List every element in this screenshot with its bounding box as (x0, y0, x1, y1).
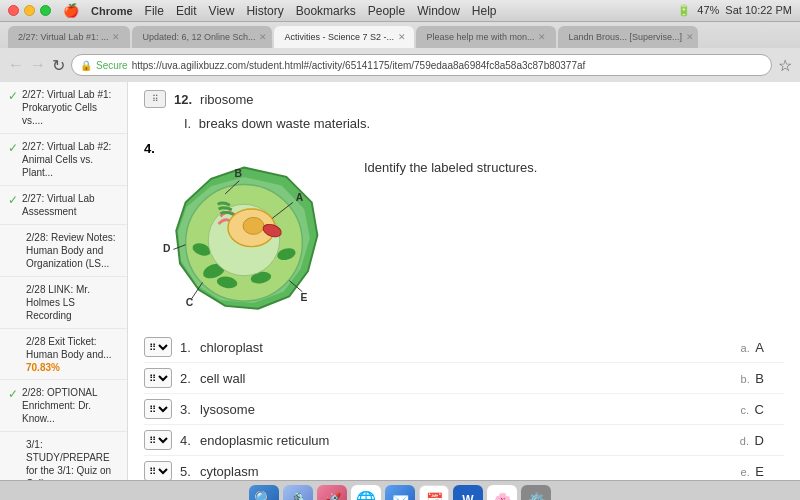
identify-instructions: Identify the labeled structures. (364, 160, 537, 320)
app-name[interactable]: Chrome (91, 5, 133, 17)
content-area: ⠿ 12. ribosome I. breaks down waste mate… (128, 82, 800, 480)
close-button[interactable] (8, 5, 19, 16)
letter-label-b: b. (741, 373, 750, 385)
tab-5[interactable]: Landn Brous... [Supervise...] ✕ (558, 26, 698, 48)
answer-num-3: 3. (180, 402, 200, 417)
sidebar-item-6[interactable]: 2/28 Exit Ticket: Human Body and... 70.8… (0, 329, 127, 380)
tab-1-label: 2/27: Virtual Lab #1: ... (18, 32, 108, 42)
menu-edit[interactable]: Edit (176, 4, 197, 18)
answer-label-4: endoplasmic reticulum (200, 433, 740, 448)
answer-label-3: lysosome (200, 402, 740, 417)
bookmark-button[interactable]: ☆ (778, 56, 792, 75)
tab-4-close[interactable]: ✕ (538, 32, 546, 42)
answers-list: ⠿ 1. chloroplast a. A ⠿ 2. cell wall b. … (144, 332, 784, 480)
nav-bar: ← → ↻ 🔒 Secure https://uva.agilixbuzz.co… (0, 48, 800, 82)
minimize-button[interactable] (24, 5, 35, 16)
tab-3[interactable]: Activities - Science 7 S2 -... ✕ (274, 26, 414, 48)
clock: Sat 10:22 PM (725, 4, 792, 17)
answer-num-2: 2. (180, 371, 200, 386)
menu-people[interactable]: People (368, 4, 405, 18)
dock-siri[interactable]: 🎙️ (283, 485, 313, 501)
launchpad-icon: 🚀 (324, 492, 341, 501)
sidebar-label-4: 2/28: Review Notes: Human Body and Organ… (26, 231, 119, 270)
menu-view[interactable]: View (209, 4, 235, 18)
forward-button[interactable]: → (30, 56, 46, 74)
check-icon-7: ✓ (8, 387, 18, 401)
tab-2[interactable]: Updated: 6, 12 Online Sch... ✕ (132, 26, 272, 48)
answer-select-1[interactable]: ⠿ (144, 337, 172, 357)
section-4-label: 4. (144, 141, 784, 156)
dock-chrome[interactable]: 🌐 (351, 485, 381, 501)
dock-settings[interactable]: ⚙️ (521, 485, 551, 501)
battery-level: 47% (697, 4, 719, 17)
answer-letter-1: a. A (741, 340, 784, 355)
question-12-topic: ribosome (200, 92, 253, 107)
tab-5-label: Landn Brous... [Supervise...] (568, 32, 682, 42)
dock-mail[interactable]: ✉️ (385, 485, 415, 501)
dock-launchpad[interactable]: 🚀 (317, 485, 347, 501)
calendar-icon: 📅 (426, 492, 443, 501)
answer-row-2: ⠿ 2. cell wall b. B (144, 363, 784, 394)
sidebar-item-4[interactable]: 2/28: Review Notes: Human Body and Organ… (0, 225, 127, 277)
dock-word[interactable]: W (453, 485, 483, 501)
mac-menubar: 🍎 Chrome File Edit View History Bookmark… (0, 0, 800, 22)
check-icon-1: ✓ (8, 89, 18, 103)
browser-chrome: 2/27: Virtual Lab #1: ... ✕ Updated: 6, … (0, 22, 800, 82)
dock-calendar[interactable]: 📅 (419, 485, 449, 501)
answer-select-4[interactable]: ⠿ (144, 430, 172, 450)
tab-5-close[interactable]: ✕ (686, 32, 694, 42)
tab-3-close[interactable]: ✕ (398, 32, 406, 42)
drag-handle[interactable]: ⠿ (144, 90, 166, 108)
menu-bookmarks[interactable]: Bookmarks (296, 4, 356, 18)
menu-items: File Edit View History Bookmarks People … (145, 4, 497, 18)
answer-select-2[interactable]: ⠿ (144, 368, 172, 388)
answer-text: breaks down waste materials. (199, 116, 370, 131)
sidebar-label-8: 3/1: STUDY/PREPARE for the 3/1: Quiz on … (26, 438, 119, 480)
apple-menu[interactable]: 🍎 (63, 3, 79, 18)
question-12-header: ⠿ 12. ribosome (144, 90, 784, 108)
menu-file[interactable]: File (145, 4, 164, 18)
sidebar-item-7[interactable]: ✓ 2/28: OPTIONAL Enrichment: Dr. Know... (0, 380, 127, 432)
label-C: C (186, 297, 194, 308)
answer-select-3[interactable]: ⠿ (144, 399, 172, 419)
tab-1-close[interactable]: ✕ (112, 32, 120, 42)
label-E: E (300, 292, 307, 303)
dock-photos[interactable]: 🌸 (487, 485, 517, 501)
sidebar-item-5[interactable]: 2/28 LINK: Mr. Holmes LS Recording (0, 277, 127, 329)
sidebar-label-6: 2/28 Exit Ticket: Human Body and... (26, 336, 112, 360)
dock-finder[interactable]: 🔍 (249, 485, 279, 501)
url-text: https://uva.agilixbuzz.com/student.html#… (132, 60, 586, 71)
sidebar-item-2[interactable]: ✓ 2/27: Virtual Lab #2:Animal Cells vs. … (0, 134, 127, 186)
answer-select-5[interactable]: ⠿ (144, 461, 172, 480)
tab-1[interactable]: 2/27: Virtual Lab #1: ... ✕ (8, 26, 130, 48)
sidebar-item-3[interactable]: ✓ 2/27: Virtual Lab Assessment (0, 186, 127, 225)
sidebar-label-5: 2/28 LINK: Mr. Holmes LS Recording (26, 283, 119, 322)
letter-label-e: e. (741, 466, 750, 478)
menu-window[interactable]: Window (417, 4, 460, 18)
address-bar[interactable]: 🔒 Secure https://uva.agilixbuzz.com/stud… (71, 54, 772, 76)
check-icon-3: ✓ (8, 193, 18, 207)
refresh-button[interactable]: ↻ (52, 56, 65, 75)
menu-help[interactable]: Help (472, 4, 497, 18)
siri-icon: 🎙️ (290, 492, 307, 501)
answer-letter-2: b. B (741, 371, 784, 386)
sidebar-label-2: 2/27: Virtual Lab #2:Animal Cells vs. Pl… (22, 140, 119, 179)
back-button[interactable]: ← (8, 56, 24, 74)
svg-point-10 (243, 217, 264, 234)
fullscreen-button[interactable] (40, 5, 51, 16)
answer-row-4: ⠿ 4. endoplasmic reticulum d. D (144, 425, 784, 456)
sidebar-score-6: 70.83% (26, 362, 60, 373)
battery-icon: 🔋 (677, 4, 691, 17)
menu-history[interactable]: History (246, 4, 283, 18)
answer-row-5: ⠿ 5. cytoplasm e. E (144, 456, 784, 480)
sidebar-item-1[interactable]: ✓ 2/27: Virtual Lab #1:Prokaryotic Cells… (0, 82, 127, 134)
sidebar-label-1: 2/27: Virtual Lab #1:Prokaryotic Cells v… (22, 88, 119, 127)
tab-2-close[interactable]: ✕ (259, 32, 267, 42)
section-roman: I. (184, 116, 191, 131)
secure-label: Secure (96, 60, 128, 71)
sidebar-item-8[interactable]: 3/1: STUDY/PREPARE for the 3/1: Quiz on … (0, 432, 127, 480)
letter-label-c: c. (740, 404, 749, 416)
traffic-lights (8, 5, 51, 16)
tab-4[interactable]: Please help me with mon... ✕ (416, 26, 556, 48)
answer-num-5: 5. (180, 464, 200, 479)
